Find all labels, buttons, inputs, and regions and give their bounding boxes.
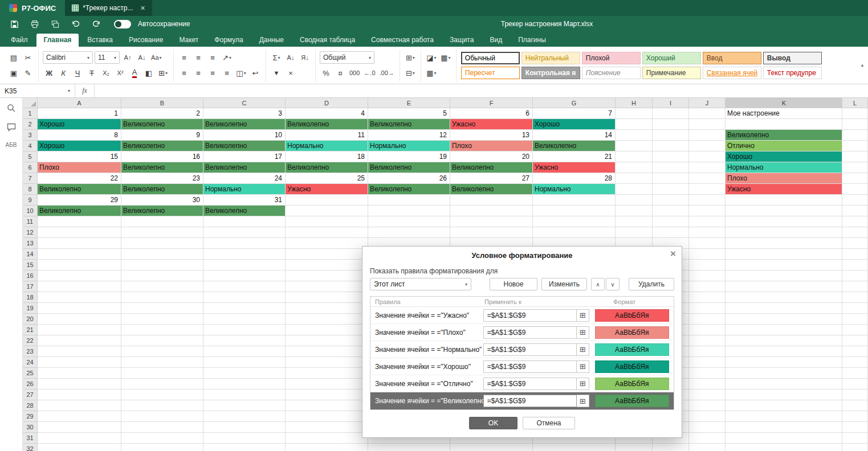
cell-D19[interactable] xyxy=(286,303,368,314)
cell-B31[interactable] xyxy=(121,433,203,444)
cell-A4[interactable]: Хорошо xyxy=(38,141,121,151)
cell-B9[interactable]: 30 xyxy=(121,195,203,206)
select-all-corner[interactable] xyxy=(23,98,38,108)
format-as-table-button[interactable]: ▦▾ xyxy=(439,51,452,64)
row-header-28[interactable]: 28 xyxy=(23,400,38,411)
cell-L13[interactable] xyxy=(842,238,868,249)
insert-cells-button[interactable]: ⊞▾ xyxy=(404,51,417,64)
cell-A32[interactable] xyxy=(38,444,121,451)
cell-A3[interactable]: 8 xyxy=(38,130,121,141)
cell-C15[interactable] xyxy=(203,260,286,270)
cell-J20[interactable] xyxy=(689,314,726,325)
row-header-29[interactable]: 29 xyxy=(23,411,38,422)
borders-button[interactable]: ⊞▾ xyxy=(157,67,169,79)
comments-icon[interactable] xyxy=(7,123,16,132)
tab-Вставка[interactable]: Вставка xyxy=(80,34,120,47)
cell-style-Связанная ячей[interactable]: Связанная ячей xyxy=(703,67,761,79)
cell-style-Хороший[interactable]: Хороший xyxy=(642,52,701,64)
formula-input[interactable] xyxy=(95,84,868,97)
cell-B1[interactable]: 2 xyxy=(121,108,203,119)
save-button[interactable] xyxy=(6,17,23,31)
cell-K28[interactable] xyxy=(726,400,842,411)
cell-A10[interactable]: Великолепно xyxy=(38,206,121,216)
cell-L8[interactable] xyxy=(842,184,868,195)
cell-G5[interactable]: 21 xyxy=(533,151,616,162)
cell-A18[interactable] xyxy=(38,292,121,303)
cell-L11[interactable] xyxy=(842,216,868,227)
cell-G12[interactable] xyxy=(533,227,616,238)
autosum-button[interactable]: Σ▾ xyxy=(270,51,283,64)
font-name-select[interactable]: Calibri▾ xyxy=(43,51,93,64)
decrease-decimal-button[interactable]: ←.0 xyxy=(362,67,376,79)
cell-K31[interactable] xyxy=(726,433,842,444)
rule-range-input[interactable]: =$A$1:$G$9 xyxy=(483,395,577,407)
row-header-14[interactable]: 14 xyxy=(23,249,38,260)
row-header-17[interactable]: 17 xyxy=(23,281,38,292)
cell-style-Ввод[interactable]: Ввод xyxy=(703,52,761,64)
cell-L29[interactable] xyxy=(842,411,868,422)
cell-G32[interactable] xyxy=(533,444,616,451)
cell-B7[interactable]: 23 xyxy=(121,173,203,184)
row-header-26[interactable]: 26 xyxy=(23,379,38,390)
row-header-25[interactable]: 25 xyxy=(23,368,38,379)
cell-E9[interactable] xyxy=(368,195,450,206)
cell-C20[interactable] xyxy=(203,314,286,325)
cell-F12[interactable] xyxy=(450,227,533,238)
cell-B5[interactable]: 16 xyxy=(121,151,203,162)
fill-color-button[interactable]: ◧ xyxy=(142,67,155,79)
cell-I3[interactable] xyxy=(653,130,689,141)
cell-D11[interactable] xyxy=(286,216,368,227)
cell-A28[interactable] xyxy=(38,400,121,411)
rule-range-input[interactable]: =$A$1:$G$9 xyxy=(483,360,577,373)
cell-H2[interactable] xyxy=(616,119,653,130)
row-header-32[interactable]: 32 xyxy=(23,444,38,451)
sort-descending-button[interactable]: Я↓ xyxy=(299,51,311,64)
decrease-font-button[interactable]: А↓ xyxy=(136,51,148,64)
cell-K16[interactable] xyxy=(726,270,842,281)
cell-H1[interactable] xyxy=(616,108,653,119)
cell-I32[interactable] xyxy=(653,444,689,451)
cell-E12[interactable] xyxy=(368,227,450,238)
cell-C10[interactable]: Великолепно xyxy=(203,206,286,216)
cell-B27[interactable] xyxy=(121,390,203,400)
cell-K25[interactable] xyxy=(726,368,842,379)
cell-B12[interactable] xyxy=(121,227,203,238)
cell-B6[interactable]: Великолепно xyxy=(121,162,203,173)
rule-row[interactable]: Значение ячейки = ="Плохо"=$A$1:$G$9⊞АаВ… xyxy=(370,324,674,341)
cell-style-Плохой[interactable]: Плохой xyxy=(582,52,641,64)
cell-B18[interactable] xyxy=(121,292,203,303)
row-header-5[interactable]: 5 xyxy=(23,151,38,162)
cell-J24[interactable] xyxy=(689,357,726,368)
cell-C26[interactable] xyxy=(203,379,286,390)
cell-L27[interactable] xyxy=(842,390,868,400)
cell-J1[interactable] xyxy=(689,108,726,119)
cell-J9[interactable] xyxy=(689,195,726,206)
font-color-button[interactable]: А xyxy=(128,67,141,79)
cell-J5[interactable] xyxy=(689,151,726,162)
font-size-select[interactable]: 11▾ xyxy=(95,51,120,64)
cell-B22[interactable] xyxy=(121,335,203,346)
percent-style-button[interactable]: % xyxy=(320,67,332,79)
delete-cells-button[interactable]: ⊟▾ xyxy=(404,67,417,79)
cell-J10[interactable] xyxy=(689,206,726,216)
cell-G7[interactable]: 28 xyxy=(533,173,616,184)
cell-A26[interactable] xyxy=(38,379,121,390)
cell-L23[interactable] xyxy=(842,346,868,357)
cell-K24[interactable] xyxy=(726,357,842,368)
row-header-16[interactable]: 16 xyxy=(23,270,38,281)
cell-B17[interactable] xyxy=(121,281,203,292)
range-select-icon[interactable]: ⊞ xyxy=(577,395,589,407)
cell-G9[interactable] xyxy=(533,195,616,206)
cell-J22[interactable] xyxy=(689,335,726,346)
delete-rule-button[interactable]: Удалить xyxy=(629,278,674,290)
cell-B26[interactable] xyxy=(121,379,203,390)
paste-button[interactable]: ▤ xyxy=(7,51,20,64)
cell-C4[interactable]: Великолепно xyxy=(203,141,286,151)
cell-A29[interactable] xyxy=(38,411,121,422)
cell-C9[interactable]: 31 xyxy=(203,195,286,206)
cell-A21[interactable] xyxy=(38,325,121,335)
justify-button[interactable]: ≡ xyxy=(221,67,233,79)
cell-L15[interactable] xyxy=(842,260,868,270)
tab-Рисование[interactable]: Рисование xyxy=(121,34,170,47)
move-rule-up-button[interactable]: ∧ xyxy=(591,278,605,290)
